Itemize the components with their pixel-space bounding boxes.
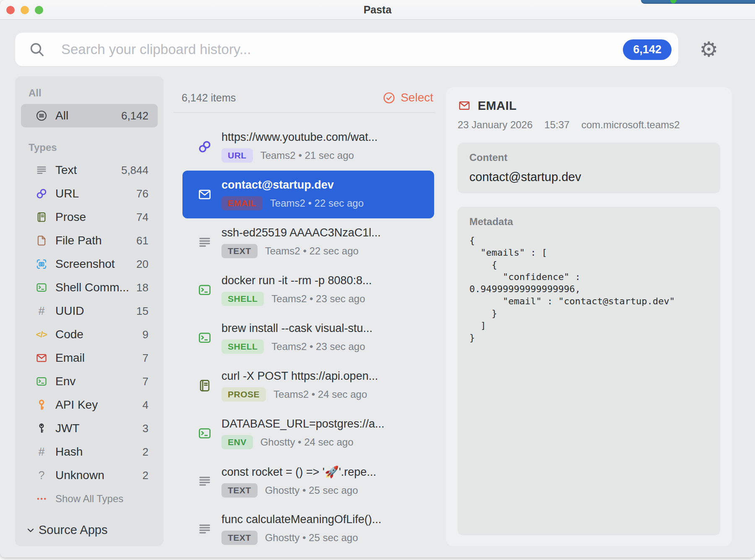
sidebar-item-hash[interactable]: # Hash 2 <box>21 440 158 464</box>
terminal-icon <box>35 281 48 294</box>
sidebar-item-screenshot[interactable]: Screenshot 20 <box>21 252 158 276</box>
book-icon <box>35 211 48 223</box>
terminal-icon <box>197 330 212 345</box>
sidebar-item-count: 6,142 <box>121 109 148 122</box>
item-title: ssh-ed25519 AAAAC3NzaC1l... <box>221 226 381 239</box>
sidebar-item-code[interactable]: </> Code 9 <box>21 323 158 346</box>
list-item-selected[interactable]: contact@startup.dev EMAIL Teams2 • 22 se… <box>182 171 434 218</box>
detail-app-id: com.microsoft.teams2 <box>581 119 680 131</box>
terminal-icon <box>197 283 212 298</box>
show-all-types-label: Show All Types <box>55 493 148 505</box>
app-window: Pasta 6,142 ⚙ All All 6,142 Types Text 5… <box>0 0 755 557</box>
item-title: docker run -it --rm -p 8080:8... <box>221 274 372 287</box>
list-item[interactable]: docker run -it --rm -p 8080:8... SHELL T… <box>182 266 434 314</box>
show-all-types-button[interactable]: Show All Types <box>21 487 158 511</box>
check-circle-icon <box>383 91 396 104</box>
zoom-button[interactable] <box>35 6 43 14</box>
item-title: contact@startup.dev <box>221 179 364 192</box>
list-item[interactable]: ssh-ed25519 AAAAC3NzaC1l... TEXT Teams2 … <box>182 218 434 266</box>
terminal-icon <box>197 426 212 441</box>
item-title: https://www.youtube.com/wat... <box>221 131 378 144</box>
minimize-button[interactable] <box>21 6 29 14</box>
search-icon <box>29 41 45 58</box>
source-apps-toggle[interactable]: Source Apps <box>25 523 158 537</box>
type-badge: SHELL <box>221 292 264 306</box>
items-count: 6,142 items <box>182 92 236 104</box>
list-item[interactable]: DATABASE_URL=postgres://a... ENV Ghostty… <box>182 410 434 457</box>
clipboard-list: 6,142 items Select https://www.youtube.c… <box>173 76 435 546</box>
sidebar-item-file-path[interactable]: File Path 61 <box>21 229 158 252</box>
list-header: 6,142 items Select <box>173 88 435 107</box>
select-label: Select <box>401 91 433 104</box>
sidebar-item-all[interactable]: All 6,142 <box>21 104 158 127</box>
sidebar-item-label: JWT <box>55 422 143 435</box>
list-item[interactable]: func calculateMeaningOfLife()... TEXT Gh… <box>182 505 434 546</box>
select-button[interactable]: Select <box>383 91 433 104</box>
sidebar-item-prose[interactable]: Prose 74 <box>21 205 158 229</box>
list-divider <box>173 112 435 113</box>
screenshot-icon <box>35 258 48 270</box>
sidebar-item-label: Hash <box>55 445 143 459</box>
sidebar-item-email[interactable]: Email 7 <box>21 346 158 370</box>
search-input[interactable] <box>61 41 623 57</box>
list-item[interactable]: const rocket = () => '🚀'.repe... TEXT Gh… <box>182 457 434 505</box>
list-item[interactable]: brew install --cask visual-stu... SHELL … <box>182 314 434 362</box>
background-window-edge <box>641 0 755 4</box>
metadata-card: Metadata { "emails" : [ { "confidence" :… <box>458 207 720 535</box>
main-content: All All 6,142 Types Text 5,844 URL 76 Pr… <box>0 76 755 546</box>
envelope-icon <box>458 99 471 112</box>
sidebar-item-env[interactable]: Env 7 <box>21 370 158 393</box>
item-title: func calculateMeaningOfLife()... <box>221 513 381 526</box>
sidebar-item-label: URL <box>55 187 136 200</box>
sidebar-item-label: API Key <box>55 398 143 412</box>
key-icon <box>35 399 48 411</box>
metadata-json: { "emails" : [ { "confidence" : 0.949999… <box>469 234 708 344</box>
sidebar-item-api-key[interactable]: API Key 4 <box>21 393 158 417</box>
item-meta: Ghostty • 25 sec ago <box>265 532 358 544</box>
type-badge: EMAIL <box>221 196 263 210</box>
sidebar-item-count: 61 <box>136 234 148 247</box>
item-meta: Teams2 • 22 sec ago <box>270 197 364 209</box>
search-bar[interactable]: 6,142 <box>15 33 678 66</box>
title-bar: Pasta <box>0 0 755 20</box>
settings-button[interactable]: ⚙ <box>696 37 721 62</box>
sidebar-item-label: Env <box>55 375 143 388</box>
envelope-icon <box>35 352 48 364</box>
close-button[interactable] <box>6 6 15 14</box>
detail-header: EMAIL <box>458 98 720 113</box>
list-item[interactable]: https://www.youtube.com/wat... URL Teams… <box>182 123 434 171</box>
sidebar-item-jwt[interactable]: JWT 3 <box>21 417 158 440</box>
sidebar-item-count: 20 <box>136 258 148 271</box>
terminal-icon <box>35 375 48 388</box>
sidebar-item-shell-command[interactable]: Shell Comm... 18 <box>21 276 158 299</box>
sidebar-item-count: 4 <box>143 399 148 412</box>
item-meta: Teams2 • 23 sec ago <box>271 293 365 305</box>
sidebar-item-uuid[interactable]: # UUID 15 <box>21 299 158 323</box>
link-icon <box>197 139 212 154</box>
item-title: curl -X POST https://api.open... <box>221 370 378 383</box>
sidebar-section-all: All <box>29 87 158 99</box>
item-meta: Ghostty • 25 sec ago <box>265 485 358 496</box>
sidebar-item-label: Prose <box>55 210 136 224</box>
detail-date: 23 January 2026 <box>458 119 533 131</box>
traffic-lights <box>6 6 43 14</box>
item-title: const rocket = () => '🚀'.repe... <box>221 465 376 479</box>
content-label: Content <box>469 152 708 163</box>
gear-icon: ⚙ <box>700 39 719 60</box>
item-title: DATABASE_URL=postgres://a... <box>221 417 384 430</box>
type-badge: SHELL <box>221 340 264 354</box>
text-lines-icon <box>197 474 212 489</box>
sidebar-item-count: 2 <box>143 469 148 482</box>
sidebar-item-url[interactable]: URL 76 <box>21 182 158 205</box>
list-item[interactable]: curl -X POST https://api.open... PROSE T… <box>182 362 434 410</box>
detail-type-label: EMAIL <box>478 99 517 113</box>
sidebar-item-text[interactable]: Text 5,844 <box>21 158 158 182</box>
item-meta: Ghostty • 24 sec ago <box>260 436 354 448</box>
sidebar-item-unknown[interactable]: ? Unknown 2 <box>21 464 158 487</box>
envelope-icon <box>197 187 212 202</box>
sidebar-item-count: 5,844 <box>121 164 148 177</box>
type-badge: URL <box>221 148 253 163</box>
sidebar-item-count: 3 <box>143 422 148 435</box>
sidebar-item-count: 18 <box>136 281 148 294</box>
search-count-badge: 6,142 <box>623 39 672 60</box>
